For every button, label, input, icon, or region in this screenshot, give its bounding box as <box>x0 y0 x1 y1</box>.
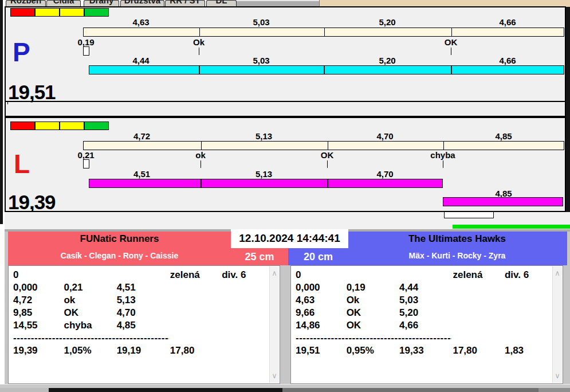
table-row: 4,63Ok5,03 <box>296 294 551 307</box>
status-light-green <box>84 8 109 17</box>
taskbar-light-left <box>0 388 49 392</box>
tab-cidla[interactable]: Čidla <box>46 0 81 6</box>
p-tick-1 <box>199 48 199 55</box>
p-start-box <box>83 46 89 56</box>
app-window: { "tabs": { "items": [ {"label": "Rozběh… <box>0 0 570 392</box>
p-split-top-2: 5,03 <box>199 17 324 27</box>
l-start-time: 0,21 <box>63 150 109 160</box>
scroll-up-icon[interactable]: ∧ <box>553 269 562 277</box>
p-start-time: 0,19 <box>63 37 109 47</box>
empty-white-box <box>444 211 494 218</box>
l-split-top-3: 4,70 <box>327 131 443 141</box>
table-row: 0zelenádiv. 6 <box>296 269 551 281</box>
tab-rozbeh[interactable]: Rozběh <box>6 0 46 6</box>
l-sensor-bar <box>83 141 564 150</box>
table-row: 14,86OK4,66 <box>296 319 551 332</box>
p-split-top-1: 4,63 <box>83 17 199 27</box>
table-row: 14,55chyba4,85 <box>13 319 268 332</box>
left-screen-edge <box>0 0 3 224</box>
status-light-yellow-2 <box>60 8 84 17</box>
team-left-results[interactable]: 0zelenádiv. 6 0,0000,214,51 4,72ok5,13 9… <box>8 265 280 384</box>
scrollbar-right[interactable]: ∧ ∨ <box>552 266 562 383</box>
team-right-members: Mäx - Kurti - Rocky - Zyra <box>348 251 566 260</box>
team-right-results[interactable]: 0zelenádiv. 6 0,0000,194,44 4,63Ok5,03 9… <box>290 265 563 384</box>
p-split-bottom-4: 4,66 <box>451 56 564 65</box>
lane-l-total: 19,39 <box>8 192 56 212</box>
p-dog-bar <box>89 65 564 75</box>
p-mark-1: Ok <box>176 37 222 47</box>
lane-l-label: L <box>14 151 30 177</box>
team-right-table: 0zelenádiv. 6 0,0000,194,44 4,63Ok5,03 9… <box>296 269 551 357</box>
l-dog-bar <box>89 179 443 188</box>
table-row: 0zelenádiv. 6 <box>13 269 268 281</box>
timestamp: 12.10.2024 14:44:41 <box>231 232 348 245</box>
lane-p-total: 19,51 <box>8 82 56 102</box>
table-separator: ----------------------------------------… <box>296 332 451 344</box>
l-split-bottom-1: 4,51 <box>83 169 201 179</box>
lane-separator-thick <box>5 116 566 118</box>
status-light-yellow-1-l <box>35 121 60 130</box>
l-mark-3: chyba <box>420 150 466 160</box>
p-split-bottom-3: 5,20 <box>324 56 451 65</box>
l-split-bottom-2: 5,13 <box>201 169 327 179</box>
p-split-bottom-2: 5,03 <box>199 56 324 65</box>
table-row: 0,0000,214,51 <box>13 281 268 294</box>
right-screen-edge <box>566 7 570 225</box>
tab-druzstva[interactable]: Družstva <box>120 0 164 6</box>
l-split-top-1: 4,72 <box>83 131 201 141</box>
tab-drahy[interactable]: Dráhy <box>84 0 119 6</box>
l-tick-1 <box>201 160 201 168</box>
l-tick-2 <box>327 160 328 168</box>
p-sensor-bar <box>83 28 564 37</box>
p-split-top-3: 5,20 <box>324 17 451 27</box>
table-row: 9,85OK4,70 <box>13 307 268 319</box>
bottom-ridge <box>0 384 570 388</box>
tab-rr-st[interactable]: RR / ST <box>165 0 205 6</box>
lane-p-label: P <box>13 39 30 65</box>
l-dog-bar-2 <box>443 197 563 206</box>
status-light-red-l <box>10 121 35 130</box>
team-left-members: Casík - Clegan - Rony - Caissie <box>8 251 231 260</box>
l-start-box <box>83 159 89 168</box>
lane-separator-thin <box>5 101 566 102</box>
taskbar-dark-segment <box>49 388 282 392</box>
team-left-table: 0zelenádiv. 6 0,0000,214,51 4,72ok5,13 9… <box>13 269 268 357</box>
team-right-name: The Ultimates Hawks <box>348 233 566 245</box>
tab-dl[interactable]: DL <box>206 0 237 6</box>
scroll-down-icon[interactable]: ∨ <box>270 372 279 380</box>
p-mark-2: OK <box>428 37 474 47</box>
table-summary-row: 19,391,05%19,1917,80 <box>13 344 268 357</box>
scroll-down-icon[interactable]: ∨ <box>553 372 562 380</box>
status-light-green-l <box>84 121 109 130</box>
p-tick-2 <box>451 48 451 55</box>
p-split-bottom-1: 4,44 <box>83 56 199 65</box>
table-separator: ----------------------------------------… <box>13 332 169 344</box>
scrollbar-left[interactable]: ∧ ∨ <box>269 266 279 383</box>
l-split-bottom-3: 4,70 <box>327 169 443 179</box>
scroll-up-icon[interactable]: ∧ <box>270 269 279 277</box>
taskbar-right-segment <box>538 388 570 392</box>
table-row: 4,72ok5,13 <box>13 294 268 307</box>
status-light-yellow-2-l <box>60 121 84 130</box>
table-row: 0,0000,194,44 <box>296 281 551 294</box>
table-summary-row: 19,510,95%19,3317,801,83 <box>296 344 551 357</box>
table-row: 9,66OK5,20 <box>296 307 551 319</box>
p-split-top-4: 4,66 <box>451 17 564 27</box>
l-mark-1: ok <box>178 150 223 160</box>
status-light-yellow-1 <box>35 8 60 17</box>
p-panel-tick <box>7 101 8 104</box>
green-progress-strip <box>453 225 570 229</box>
team-left-jump-height: 25 cm <box>231 251 288 263</box>
team-left-name: FUNatic Runners <box>8 233 231 245</box>
l-split-top-2: 5,13 <box>201 131 327 141</box>
l-split-top-4: 4,85 <box>443 131 564 141</box>
lanes-frame: 4,63 5,03 5,20 4,66 0,19 Ok OK 4,44 5,03… <box>5 6 566 212</box>
l-tick-3 <box>443 160 443 168</box>
status-light-red <box>10 8 35 17</box>
team-right-jump-height: 20 cm <box>288 251 348 263</box>
l-mark-2: OK <box>304 150 350 160</box>
